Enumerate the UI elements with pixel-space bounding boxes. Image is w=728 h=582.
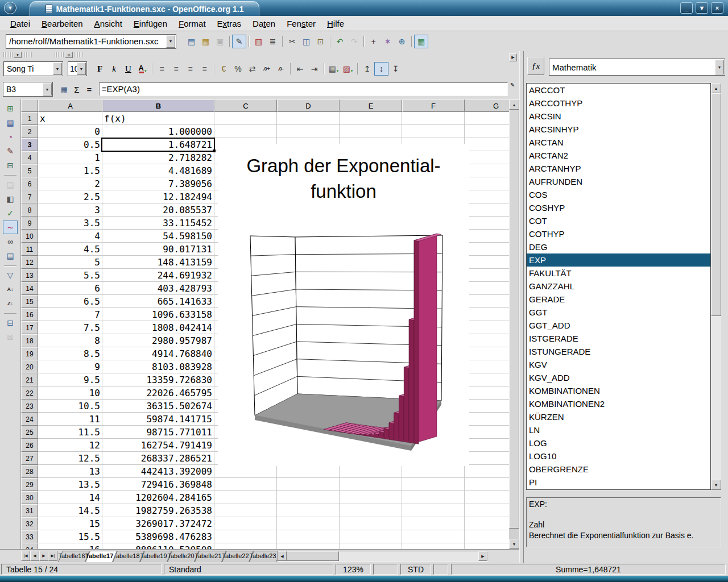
sheet-tab-tabelle23[interactable]: Tabelle23: [249, 551, 276, 562]
background-color-icon[interactable]: ▨▾: [341, 62, 355, 76]
cell-G30[interactable]: [465, 491, 509, 504]
cell-A20[interactable]: 9: [38, 360, 102, 373]
cell-G20[interactable]: [465, 360, 509, 373]
cell-G5[interactable]: [465, 164, 509, 177]
dropdown-icon[interactable]: ▼: [166, 35, 175, 48]
insert-icon[interactable]: ⊞: [3, 102, 18, 115]
new-document-icon[interactable]: ▤: [184, 35, 198, 48]
window-menu-button[interactable]: ▼: [4, 2, 16, 14]
function-equals-button[interactable]: =: [83, 83, 96, 95]
cell-B34[interactable]: 8886110.520508: [102, 543, 214, 549]
dropdown-icon[interactable]: ▼: [53, 63, 62, 75]
cell-B28[interactable]: 442413.392009: [102, 465, 214, 478]
cell-A19[interactable]: 8.5: [38, 347, 102, 360]
selected-cell-outline[interactable]: [101, 138, 215, 152]
delete-decimal-icon[interactable]: .0-: [274, 62, 288, 76]
cell-A8[interactable]: 3: [38, 203, 102, 217]
cell-G19[interactable]: [465, 347, 509, 360]
cell-B15[interactable]: 665.141633: [102, 295, 214, 308]
cell-G8[interactable]: [465, 203, 509, 217]
edit-file-icon[interactable]: ✎: [232, 35, 246, 48]
minimize-button[interactable]: _: [680, 2, 693, 14]
row-header-21[interactable]: 21: [21, 373, 38, 386]
cell-B9[interactable]: 33.115452: [102, 217, 214, 230]
function-wizard-button[interactable]: ▦: [58, 83, 71, 95]
cell-B16[interactable]: 1096.633158: [102, 308, 214, 321]
autopilot-icon[interactable]: ✶: [380, 35, 395, 48]
function-list-item-log10[interactable]: LOG10: [527, 450, 710, 463]
cell-B17[interactable]: 1808.042414: [102, 321, 214, 334]
function-list-item-arcsinhyp[interactable]: ARCSINHYP: [527, 123, 710, 136]
cell-A27[interactable]: 12.5: [38, 452, 102, 465]
cell-A7[interactable]: 2.5: [38, 190, 102, 203]
cell-E33[interactable]: [340, 530, 402, 543]
row-header-26[interactable]: 26: [21, 439, 38, 452]
cut-icon[interactable]: ✂: [285, 35, 299, 48]
row-header-33[interactable]: 33: [21, 530, 38, 543]
row-header-29[interactable]: 29: [21, 478, 38, 491]
row-header-16[interactable]: 16: [21, 308, 38, 321]
cell-F2[interactable]: [402, 125, 465, 138]
align-center-icon[interactable]: ≡: [169, 62, 183, 76]
menu-ansicht[interactable]: Ansicht: [89, 17, 128, 30]
dropdown-icon[interactable]: ▾: [144, 67, 147, 75]
autoformat-icon[interactable]: ◧: [3, 192, 18, 206]
draw-functions-icon[interactable]: ✎: [3, 144, 18, 158]
cell-A2[interactable]: 0: [38, 125, 102, 138]
cell-D32[interactable]: [277, 517, 340, 530]
function-list-item-kgv[interactable]: KGV: [527, 358, 710, 371]
cell-B6[interactable]: 7.389056: [102, 177, 214, 190]
cell-D33[interactable]: [277, 530, 340, 543]
function-wizard-panel-button[interactable]: ƒx: [527, 57, 544, 75]
sum-button[interactable]: Σ: [71, 83, 83, 95]
cell-A11[interactable]: 4.5: [38, 243, 102, 256]
align-right-icon[interactable]: ≡: [183, 62, 197, 76]
cell-G3[interactable]: [465, 138, 509, 151]
cell-C31[interactable]: [214, 504, 277, 517]
column-header-D[interactable]: D: [277, 99, 340, 112]
cell-B25[interactable]: 98715.771011: [102, 426, 214, 439]
cell-A33[interactable]: 15.5: [38, 530, 102, 543]
function-list-item-obergrenze[interactable]: OBERGRENZE: [527, 463, 710, 476]
cell-A21[interactable]: 9.5: [38, 373, 102, 386]
font-name-combobox[interactable]: Song Ti ▼: [3, 61, 63, 76]
cell-B5[interactable]: 4.481689: [102, 164, 214, 177]
sheet-tab-tabelle16[interactable]: Tabelle16: [58, 551, 85, 562]
cell-B27[interactable]: 268337.286521: [102, 452, 214, 465]
row-header-14[interactable]: 14: [21, 282, 38, 295]
function-list-item-arccothyp[interactable]: ARCCOTHYP: [527, 97, 710, 110]
paste-icon[interactable]: ⊡: [313, 35, 328, 48]
cell-A3[interactable]: 0.5: [38, 138, 102, 151]
cell-F1[interactable]: [402, 112, 465, 125]
cell-G25[interactable]: [465, 426, 509, 439]
function-list-item-istgerade[interactable]: ISTGERADE: [527, 332, 710, 345]
cell-D34[interactable]: [277, 543, 340, 549]
column-header-C[interactable]: C: [214, 99, 277, 112]
cell-A30[interactable]: 14: [38, 491, 102, 504]
row-header-11[interactable]: 11: [21, 243, 38, 256]
cell-C30[interactable]: [214, 491, 277, 504]
sheet-tab-tabelle18[interactable]: Tabelle18: [113, 551, 140, 562]
cell-F29[interactable]: [402, 478, 465, 491]
status-page-style[interactable]: Standard: [164, 564, 333, 575]
function-list-item-kombinationen[interactable]: KOMBINATIONEN: [527, 384, 710, 397]
cell-B22[interactable]: 22026.465795: [102, 386, 214, 400]
cell-A1[interactable]: x: [38, 112, 102, 125]
function-list-item-aufrunden[interactable]: AUFRUNDEN: [527, 175, 710, 188]
cell-E34[interactable]: [340, 543, 402, 549]
row-header-28[interactable]: 28: [21, 465, 38, 478]
cell-C28[interactable]: [214, 465, 277, 478]
row-header-10[interactable]: 10: [21, 230, 38, 243]
cell-B13[interactable]: 244.691932: [102, 269, 214, 282]
cell-D31[interactable]: [277, 504, 340, 517]
cell-B21[interactable]: 13359.726830: [102, 373, 214, 386]
horizontal-scrollbar-thumb[interactable]: [287, 551, 339, 561]
row-header-25[interactable]: 25: [21, 426, 38, 439]
cell-A4[interactable]: 1: [38, 151, 102, 164]
cell-B32[interactable]: 3269017.372472: [102, 517, 214, 530]
scroll-left-icon[interactable]: ◀: [278, 551, 287, 561]
increase-indent-icon[interactable]: ⇥: [307, 62, 321, 76]
row-header-13[interactable]: 13: [21, 269, 38, 282]
cell-F31[interactable]: [402, 504, 465, 517]
cell-B8[interactable]: 20.085537: [102, 203, 214, 217]
